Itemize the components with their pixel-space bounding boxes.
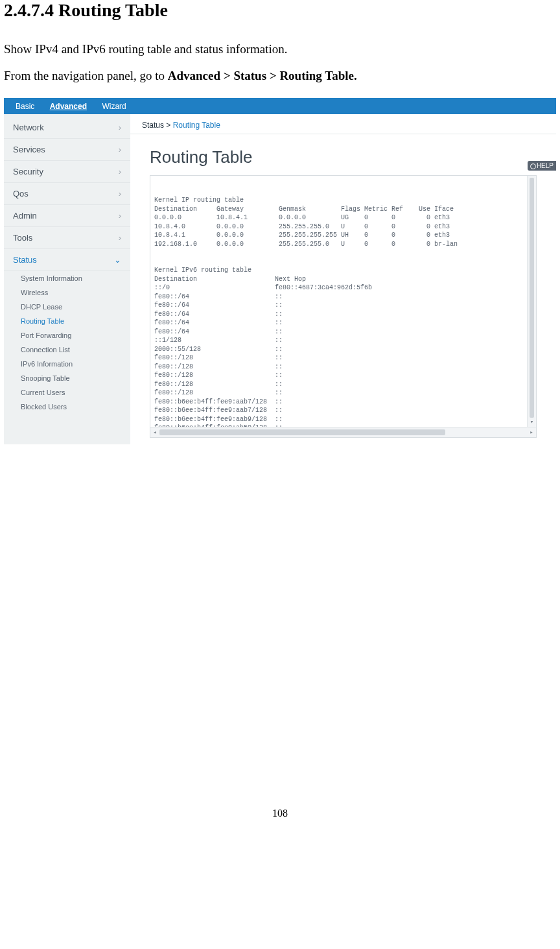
sidebar-sub-blocked-users[interactable]: Blocked Users [4, 400, 130, 414]
sidebar-sub-current-users[interactable]: Current Users [4, 385, 130, 400]
chevron-right-icon: › [119, 211, 121, 221]
tab-advanced[interactable]: Advanced [43, 101, 93, 112]
sidebar-item-label: Admin [13, 211, 37, 221]
routing-table-text: Kernel IP routing table Destination Gate… [154, 196, 532, 438]
scroll-right-arrow-icon[interactable]: ▸ [527, 427, 536, 438]
sidebar-item-services[interactable]: Services › [4, 139, 130, 161]
sidebar-item-tools[interactable]: Tools › [4, 227, 130, 249]
chevron-right-icon: › [119, 167, 121, 176]
doc-para2-prefix: From the navigation panel, go to [4, 69, 168, 82]
routing-table-output-box: Kernel IP routing table Destination Gate… [150, 175, 537, 438]
sidebar-item-status[interactable]: Status ⌄ [4, 249, 130, 271]
sidebar-item-network[interactable]: Network › [4, 117, 130, 139]
breadcrumb: Status > Routing Table [130, 118, 556, 134]
scroll-left-arrow-icon[interactable]: ◂ [150, 427, 159, 438]
chevron-right-icon: › [119, 189, 121, 198]
sidebar-item-admin[interactable]: Admin › [4, 205, 130, 227]
scroll-down-arrow-icon[interactable]: ▾ [528, 418, 536, 427]
chevron-right-icon: › [119, 145, 121, 154]
chevron-right-icon: › [119, 123, 121, 132]
page-number: 108 [0, 808, 560, 819]
breadcrumb-prefix: Status > [142, 121, 173, 130]
page-title: Routing Table [150, 147, 537, 167]
vertical-scrollbar[interactable]: ▾ [527, 176, 536, 427]
content-padding: Routing Table Kernel IP routing table De… [130, 134, 556, 444]
sidebar-sub-ipv6-information[interactable]: IPv6 Information [4, 357, 130, 371]
sidebar-item-label: Qos [13, 189, 29, 198]
sidebar-item-qos[interactable]: Qos › [4, 183, 130, 205]
sidebar-sub-connection-list[interactable]: Connection List [4, 342, 130, 357]
sidebar-item-label: Tools [13, 233, 32, 243]
sidebar-item-label: Security [13, 167, 43, 176]
sidebar: Network › Services › Security › Qos › Ad… [4, 114, 130, 444]
breadcrumb-current: Routing Table [173, 121, 220, 130]
help-tab-button[interactable]: HELP [528, 161, 556, 171]
tab-basic[interactable]: Basic [9, 101, 41, 112]
sidebar-sub-port-forwarding[interactable]: Port Forwarding [4, 328, 130, 342]
doc-para2-bold: Advanced > Status > Routing Table. [168, 69, 357, 82]
chevron-right-icon: › [119, 233, 121, 243]
sidebar-item-label: Services [13, 145, 45, 154]
tab-wizard[interactable]: Wizard [95, 101, 132, 112]
sidebar-item-security[interactable]: Security › [4, 161, 130, 183]
doc-heading: 2.4.7.4 Routing Table [0, 0, 560, 21]
sidebar-sub-wireless[interactable]: Wireless [4, 285, 130, 300]
sidebar-sub-routing-table[interactable]: Routing Table [4, 314, 130, 328]
sidebar-sub-dhcp-lease[interactable]: DHCP Lease [4, 300, 130, 314]
screenshot-body: Network › Services › Security › Qos › Ad… [4, 114, 556, 444]
sidebar-sub-system-information[interactable]: System Information [4, 271, 130, 285]
top-tabs-bar: Basic Advanced Wizard [4, 98, 556, 114]
main-content-area: Status > Routing Table HELP Routing Tabl… [130, 114, 556, 444]
doc-paragraph-2: From the navigation panel, go to Advance… [0, 67, 560, 86]
sidebar-sub-snooping-table[interactable]: Snooping Table [4, 371, 130, 385]
doc-paragraph-1: Show IPv4 and IPv6 routing table and sta… [0, 40, 560, 59]
chevron-down-icon: ⌄ [114, 255, 121, 265]
router-admin-screenshot: Basic Advanced Wizard Network › Services… [4, 98, 556, 444]
sidebar-item-label: Status [13, 255, 37, 265]
horizontal-scrollbar[interactable]: ◂ ▸ [150, 427, 536, 437]
sidebar-item-label: Network [13, 123, 44, 132]
